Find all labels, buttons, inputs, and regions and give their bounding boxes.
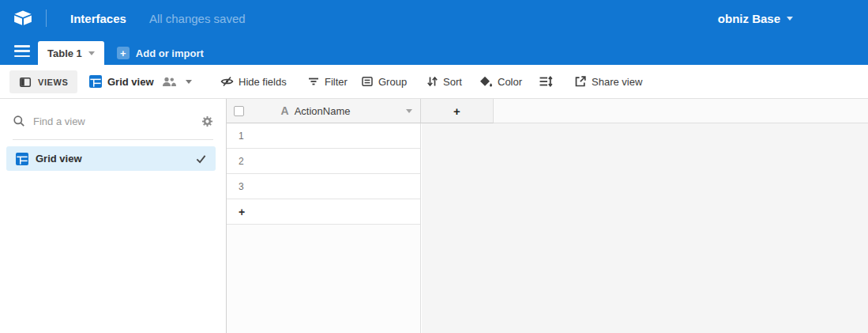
add-row-button[interactable]: +	[227, 199, 420, 225]
add-or-import-label: Add or import	[136, 47, 204, 59]
grid-view-icon	[89, 75, 102, 88]
header-filler	[494, 99, 868, 123]
views-button-label: VIEWS	[38, 78, 68, 87]
group-icon	[361, 75, 374, 88]
eye-off-icon	[220, 75, 234, 88]
views-sidebar: Grid view	[0, 99, 227, 333]
add-row-plus-icon: +	[239, 206, 245, 218]
table-tab-label: Table 1	[47, 47, 82, 59]
top-app-bar: Interfaces All changes saved obniz Base	[0, 0, 868, 36]
topbar-divider	[46, 9, 47, 27]
row-height-button[interactable]	[539, 65, 553, 98]
search-icon	[13, 115, 25, 127]
table-row-1[interactable]: 1	[227, 123, 420, 149]
field-title: A ActionName	[227, 99, 404, 123]
nav-interfaces[interactable]: Interfaces	[70, 12, 126, 25]
views-toggle-button[interactable]: VIEWS	[9, 70, 77, 93]
table-row-2[interactable]: 2	[227, 149, 420, 174]
single-line-text-field-icon: A	[281, 104, 289, 117]
plus-icon: +	[117, 47, 130, 59]
row-number: 3	[239, 181, 244, 192]
hide-fields-label: Hide fields	[239, 76, 287, 88]
view-toolbar: VIEWS Grid view Hide fields Filter Group	[0, 65, 868, 99]
table-tab-bar: Table 1 + Add or import	[0, 36, 868, 65]
sort-label: Sort	[443, 76, 462, 88]
share-view-label: Share view	[592, 76, 642, 88]
current-view-switcher[interactable]: Grid view	[89, 65, 192, 98]
paint-fill-icon	[479, 75, 493, 88]
sidebar-view-label: Grid view	[36, 153, 189, 165]
color-label: Color	[498, 76, 522, 88]
base-name[interactable]: obniz Base	[718, 12, 780, 25]
group-label: Group	[378, 76, 407, 88]
field-menu-caret-icon[interactable]	[406, 109, 412, 113]
data-grid: A ActionName + 1 2 3 +	[227, 99, 868, 333]
add-field-button[interactable]: +	[421, 99, 494, 123]
hide-fields-button[interactable]: Hide fields	[220, 65, 287, 98]
sidebar-divider	[13, 139, 213, 140]
airtable-logo-icon[interactable]	[13, 10, 32, 27]
grid-view-icon	[16, 153, 28, 165]
filter-button[interactable]: Filter	[307, 65, 348, 98]
grid-rows-area: 1 2 3 +	[227, 123, 421, 333]
row-number: 2	[239, 156, 244, 167]
save-status-text: All changes saved	[149, 12, 246, 25]
hamburger-menu-icon[interactable]	[14, 45, 30, 57]
selected-check-icon	[196, 154, 206, 164]
color-button[interactable]: Color	[479, 65, 522, 98]
view-settings-gear-icon[interactable]	[201, 115, 213, 127]
sidebar-item-grid-view[interactable]: Grid view	[6, 146, 216, 171]
grid-empty-area	[422, 123, 868, 333]
row-number: 1	[239, 131, 244, 142]
funnel-filter-icon	[307, 75, 320, 88]
share-external-icon	[574, 75, 587, 88]
share-view-button[interactable]: Share view	[574, 65, 642, 98]
tab-table-1[interactable]: Table 1	[38, 41, 104, 65]
panel-toggle-icon	[19, 76, 32, 89]
current-view-name: Grid view	[107, 76, 154, 88]
base-menu-caret-icon[interactable]	[787, 17, 793, 21]
row-height-icon	[539, 75, 553, 88]
field-name-label: ActionName	[295, 105, 351, 117]
table-menu-caret-icon[interactable]	[88, 51, 95, 55]
add-or-import-button[interactable]: + Add or import	[112, 41, 209, 65]
view-search-row	[0, 110, 226, 132]
filter-label: Filter	[325, 76, 348, 88]
group-button[interactable]: Group	[361, 65, 407, 98]
sort-arrows-icon	[426, 75, 438, 88]
find-view-input[interactable]	[33, 115, 194, 127]
view-switcher-caret-icon	[186, 80, 192, 84]
sort-button[interactable]: Sort	[426, 65, 462, 98]
collaborators-icon	[162, 77, 177, 87]
table-row-3[interactable]: 3	[227, 174, 420, 199]
field-header-actionname[interactable]: A ActionName	[227, 99, 421, 123]
main-content: Grid view A ActionName + 1 2 3	[0, 99, 868, 333]
